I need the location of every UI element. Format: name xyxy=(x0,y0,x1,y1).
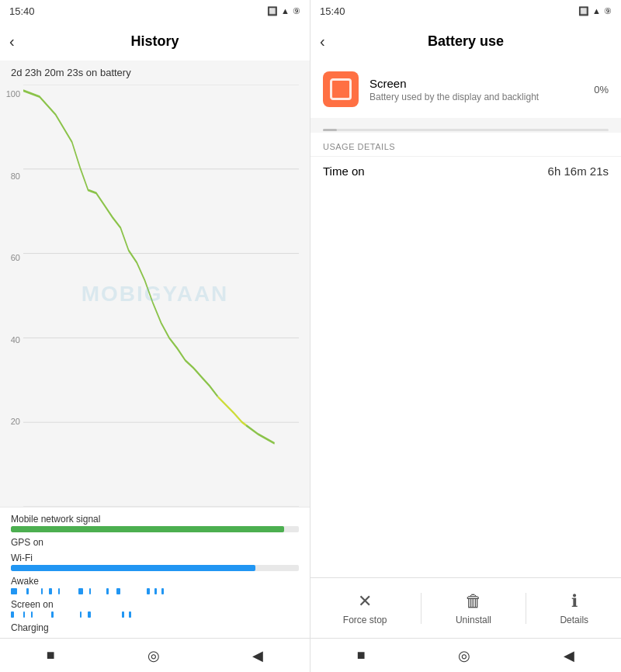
left-nav-stop[interactable]: ■ xyxy=(47,647,55,663)
wifi-label: Wi-Fi xyxy=(11,552,299,563)
action-divider-1 xyxy=(421,593,422,624)
screenon-dot xyxy=(11,611,14,618)
left-nav-back[interactable]: ◀ xyxy=(252,647,263,664)
mobile-signal-row: Mobile network signal xyxy=(11,514,299,532)
app-info-card: Screen Battery used by the display and b… xyxy=(310,61,621,118)
y-label-80: 80 xyxy=(0,171,23,181)
left-top-bar: ‹ History xyxy=(0,22,310,61)
right-nav-bar: ■ ◎ ◀ xyxy=(310,638,621,672)
right-signal-icon: ⑨ xyxy=(604,6,612,16)
right-panel: 15:40 🔲 ▲ ⑨ ‹ Battery use Screen Battery… xyxy=(310,0,621,672)
right-time: 15:40 xyxy=(320,5,345,17)
screenon-dot xyxy=(122,611,124,618)
battery-duration: 2d 23h 20m 23s on battery xyxy=(0,61,310,81)
left-status-icons: 🔲 ▲ ⑨ xyxy=(267,6,300,16)
left-panel: 15:40 🔲 ▲ ⑨ ‹ History 2d 23h 20m 23s on … xyxy=(0,0,310,672)
uninstall-label: Uninstall xyxy=(456,615,491,625)
force-stop-button[interactable]: ✕ Force stop xyxy=(343,591,387,625)
action-divider-2 xyxy=(526,593,526,624)
y-label-100: 100 xyxy=(0,89,23,99)
awake-dot xyxy=(154,588,157,594)
wifi-row: Wi-Fi xyxy=(11,552,299,571)
screenon-dot xyxy=(23,611,25,618)
awake-dot xyxy=(89,588,91,594)
screenon-label: Screen on xyxy=(11,599,299,610)
right-battery-icon: 🔲 xyxy=(578,6,589,16)
left-nav-bar: ■ ◎ ◀ xyxy=(0,638,310,672)
screenon-dots xyxy=(11,611,299,618)
charging-label: Charging xyxy=(11,622,299,633)
mobile-signal-bar xyxy=(11,526,284,532)
right-wifi-icon: ▲ xyxy=(592,6,601,16)
awake-dot xyxy=(49,588,52,594)
battery-chart xyxy=(23,85,299,507)
right-status-bar: 15:40 🔲 ▲ ⑨ xyxy=(310,0,621,22)
app-info-text: Screen Battery used by the display and b… xyxy=(369,77,583,102)
awake-dot xyxy=(116,588,120,594)
screenon-dot xyxy=(88,611,91,618)
y-label-40: 40 xyxy=(0,335,23,345)
screenon-dot xyxy=(80,611,82,618)
awake-dot xyxy=(147,588,150,594)
wifi-signal-bar-bg xyxy=(11,565,299,571)
awake-dot xyxy=(78,588,83,594)
right-bottom-bar: ✕ Force stop 🗑 Uninstall ℹ Details xyxy=(310,577,621,638)
right-title: Battery use xyxy=(428,33,504,50)
right-nav-home[interactable]: ◎ xyxy=(458,647,470,664)
left-back-button[interactable]: ‹ xyxy=(9,33,15,50)
chart-area: 100 80 60 40 20 MOBIGYAAN xyxy=(0,81,310,507)
awake-row: Awake xyxy=(11,576,299,594)
app-icon-box xyxy=(323,71,359,107)
awake-dot xyxy=(161,588,164,594)
time-on-value: 6h 16m 21s xyxy=(548,165,609,178)
left-status-bar: 15:40 🔲 ▲ ⑨ xyxy=(0,0,310,22)
awake-dot xyxy=(58,588,60,594)
screenon-dot xyxy=(129,611,131,618)
right-top-bar: ‹ Battery use xyxy=(310,22,621,61)
y-label-20: 20 xyxy=(0,417,23,426)
y-axis: 100 80 60 40 20 xyxy=(0,89,23,499)
left-title: History xyxy=(130,33,179,50)
screenon-dot xyxy=(31,611,33,618)
details-label: Details xyxy=(560,615,588,625)
time-on-row: Time on 6h 16m 21s xyxy=(310,156,621,185)
app-description: Battery used by the display and backligh… xyxy=(369,92,583,102)
right-back-button[interactable]: ‹ xyxy=(320,33,325,50)
mobile-signal-label: Mobile network signal xyxy=(11,514,299,525)
uninstall-icon: 🗑 xyxy=(465,591,482,611)
awake-label: Awake xyxy=(11,576,299,587)
uninstall-button[interactable]: 🗑 Uninstall xyxy=(456,591,491,625)
details-icon: ℹ xyxy=(571,591,578,611)
battery-icon: 🔲 xyxy=(267,6,278,16)
awake-dot xyxy=(11,588,17,594)
usage-progress-fill xyxy=(323,129,337,131)
force-stop-label: Force stop xyxy=(343,615,387,625)
usage-progress-bar-bg xyxy=(323,129,609,131)
screenon-row: Screen on xyxy=(11,599,299,618)
details-button[interactable]: ℹ Details xyxy=(560,591,588,625)
app-percent: 0% xyxy=(594,84,609,95)
awake-dot xyxy=(41,588,43,594)
usage-details-section: USAGE DETAILS Time on 6h 16m 21s xyxy=(310,133,621,577)
right-nav-back[interactable]: ◀ xyxy=(564,647,574,664)
left-time: 15:40 xyxy=(9,5,35,17)
charging-row: Charging xyxy=(11,622,299,633)
awake-dot xyxy=(106,588,109,594)
right-nav-stop[interactable]: ■ xyxy=(357,647,366,663)
awake-dot xyxy=(26,588,29,594)
screenon-dot xyxy=(51,611,54,618)
right-content: Screen Battery used by the display and b… xyxy=(310,61,621,577)
awake-dots xyxy=(11,588,299,594)
wifi-icon: ▲ xyxy=(281,6,290,16)
screen-icon xyxy=(330,78,352,100)
gps-label: GPS on xyxy=(11,537,299,548)
right-status-icons: 🔲 ▲ ⑨ xyxy=(578,6,612,16)
app-name: Screen xyxy=(369,77,583,90)
force-stop-icon: ✕ xyxy=(358,591,372,611)
time-on-label: Time on xyxy=(323,165,365,178)
left-nav-home[interactable]: ◎ xyxy=(147,647,160,664)
signals-section: Mobile network signal GPS on Wi-Fi Awake xyxy=(0,507,310,638)
usage-details-header: USAGE DETAILS xyxy=(310,133,621,156)
mobile-signal-bar-bg xyxy=(11,526,299,532)
gps-row: GPS on xyxy=(11,537,299,548)
